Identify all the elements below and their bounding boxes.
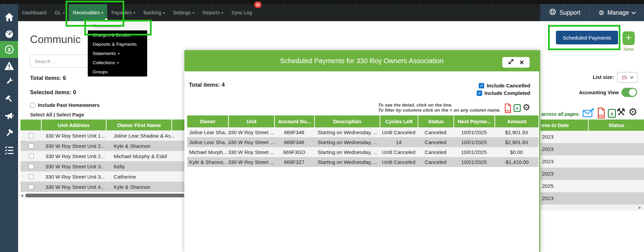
home-icon[interactable] [0,12,18,23]
table-row[interactable]: 330 W Roy Street Unit 4... Kyle & Shanno… [20,182,184,192]
list-size-select[interactable]: 25 [617,72,638,83]
table-row[interactable]: 2023 [541,168,644,180]
select-all-link[interactable]: Select All [30,112,52,117]
check-icon: ✓ [480,83,483,88]
row-checkbox[interactable] [29,174,34,179]
nav-item-sync-log[interactable]: Sync Log 32 [227,4,256,21]
table-row[interactable]: Kyle & Shanno... 330 W Roy Street ... 66… [187,157,538,167]
scheduled-payments-button[interactable]: Scheduled Payments [556,31,618,44]
row-checkbox[interactable] [29,133,34,138]
support-lifering-icon [549,8,556,17]
nav-item-gl[interactable]: GL ▾ [51,4,69,21]
violations-gavel-icon[interactable] [0,128,18,138]
tools-icon[interactable]: ⚒ [616,107,626,117]
manage-button[interactable]: ⚙ Manage [589,4,644,21]
header-next-payment[interactable]: Next Payme... [453,115,494,127]
header-description[interactable]: Description [314,115,380,127]
header-account-number[interactable]: Account Nu... [274,115,314,127]
selected-items-count: Selected items: 0 [30,89,76,96]
table-row[interactable]: 330 W Roy Street Unit 2... Michael Murph… [20,151,184,161]
menu-item-homeowners[interactable]: Homeowners [88,21,147,30]
header-amount[interactable]: Amount [494,115,538,127]
support-button[interactable]: Support [540,4,589,21]
table-row[interactable]: Joline Lear Sha... 330 W Roy Street ... … [187,137,538,147]
excel-export-icon[interactable]: x [608,109,616,119]
horizontal-scrollbar[interactable]: ◀ [20,193,184,198]
cell-amount: $2,901.83 [494,129,538,135]
scroll-left-icon[interactable]: ◀ [20,194,25,197]
svg-text:x: x [611,111,614,116]
header-unit-address[interactable]: Unit Address [41,120,106,130]
table-row[interactable]: 2023 [541,131,644,143]
nav-item-reports[interactable]: Reports ▾ [198,4,227,21]
cell-unit: 330 W Roy Street ... [228,129,274,135]
pdf-export-icon[interactable]: PDF [504,103,512,114]
table-row[interactable]: Joline Lear Sha... 330 W Roy Street ... … [187,127,538,137]
header-unit[interactable]: Unit [228,115,274,127]
hint-line-1: To see the detail, click on the line. [378,102,501,108]
nav-item-banking[interactable]: Banking ▾ [139,4,169,21]
pdf-export-icon[interactable]: PDF [597,108,606,120]
row-checkbox[interactable] [29,164,34,169]
accounting-view-toggle[interactable] [621,88,637,97]
nav-label: GL [55,10,61,15]
row-checkbox[interactable] [29,143,34,149]
scrollbar-thumb[interactable] [25,194,184,197]
announcements-megaphone-icon[interactable] [0,111,18,121]
menu-item-collections[interactable]: Collections ▾ [88,58,147,67]
row-checkbox[interactable] [29,154,34,159]
include-cancelled-checkbox[interactable]: ✓ [479,83,484,88]
nav-item-dashboard[interactable]: Dashboard [18,4,51,21]
scheduled-payments-modal: Scheduled Payments for 330 Roy Owners As… [184,50,540,252]
table-row[interactable]: Michael Murph... 330 W Roy Street ... 66… [187,147,538,157]
nav-right-segment: Support ⚙ Manage [540,4,644,21]
alerts-warning-icon[interactable] [0,60,18,71]
email-send-icon[interactable] [583,108,595,120]
cell-move-in-date: 2023 [541,158,554,165]
nav-item-receivables[interactable]: Receivables ▾ Homeowners Charges & Credi… [69,4,107,21]
include-completed-checkbox[interactable]: ✓ [477,90,482,96]
dashboard-gauge-icon[interactable] [0,29,18,39]
select-page-link[interactable]: Select Page [56,112,84,117]
expand-icon[interactable] [508,59,514,66]
menu-item-deposits-payments[interactable]: Deposits & Payments [88,40,147,49]
header-status[interactable]: Status [418,115,453,127]
excel-export-icon[interactable]: x [514,104,521,113]
maintenance-wrench-icon[interactable] [0,76,18,86]
table-row[interactable]: 330 W Roy Street Unit 2... Kyle & Shanno… [20,141,184,151]
projects-hammer-icon[interactable] [0,94,18,104]
tasks-checklist-icon[interactable] [0,145,18,155]
receivables-dollar-icon[interactable]: $ [0,41,18,58]
gear-icon[interactable]: ⚙ [628,107,638,117]
table-row[interactable]: 330 W Roy Street Unit 3... Catherine [20,171,184,182]
header-status[interactable]: Status [588,120,644,131]
header-cycles-left[interactable]: Cycles Left [380,115,418,127]
page-title: Communic [30,33,81,46]
table-row[interactable]: 2023 [541,155,644,168]
header-owner-first-name[interactable]: Owner First Name [106,120,171,130]
include-past-homeowners-checkbox[interactable] [30,103,35,108]
horizontal-scrollbar[interactable]: ▶ [541,205,644,210]
header-move-in-date[interactable]: ove-in Date [541,120,588,131]
table-row[interactable]: 2023 [541,192,644,205]
across-all-pages-note: across all pages. [541,111,582,117]
nav-item-settings[interactable]: Settings ▾ [169,4,198,21]
table-row[interactable]: 2023 [541,143,644,155]
close-icon[interactable]: × [519,59,524,66]
cell-cycles-left: Until Canceled [380,159,418,165]
table-row[interactable]: 330 W Roy Street Unit 1... Joline Lear S… [20,130,184,141]
gear-icon[interactable]: ⚙ [522,103,530,112]
menu-item-statements[interactable]: Statements ▾ [88,49,147,58]
menu-item-charges-credits[interactable]: Charges & Credits [88,30,147,40]
row-checkbox[interactable] [29,184,34,190]
header-owner[interactable]: Owner [187,115,228,127]
scroll-right-icon[interactable]: ▶ [639,206,641,209]
modal-title: Scheduled Payments for 330 Roy Owners As… [184,50,539,71]
new-button[interactable]: + [622,31,635,45]
table-row[interactable]: 2025 [541,180,644,192]
cell-description: Starting on Wednesday, ... [314,139,380,145]
search-input[interactable] [30,55,96,68]
table-row[interactable]: 330 W Roy Street Unit 3... Kelly [20,161,184,171]
nav-item-payables[interactable]: Payables ▾ [107,4,139,21]
menu-item-groups[interactable]: Groups [88,67,147,76]
